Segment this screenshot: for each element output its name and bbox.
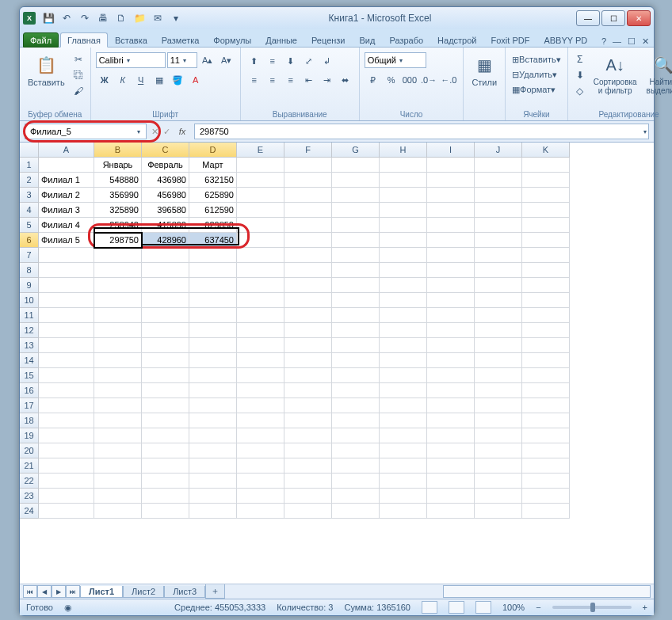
cell-G9[interactable] bbox=[332, 278, 380, 293]
cell-A21[interactable] bbox=[39, 458, 94, 474]
cell-J13[interactable] bbox=[475, 338, 522, 353]
currency-button[interactable]: ₽ bbox=[365, 73, 382, 87]
cell-E8[interactable] bbox=[237, 263, 284, 278]
comma-button[interactable]: 000 bbox=[401, 73, 418, 87]
cell-K21[interactable] bbox=[522, 458, 570, 474]
cell-J21[interactable] bbox=[475, 458, 522, 474]
fill-button[interactable]: ⬇ bbox=[573, 68, 587, 82]
cell-K17[interactable] bbox=[522, 398, 570, 413]
tab-2[interactable]: Разметка bbox=[155, 32, 207, 48]
font-size-combo[interactable]: 11▾ bbox=[167, 52, 197, 68]
cell-G12[interactable] bbox=[332, 323, 380, 338]
cell-E2[interactable] bbox=[237, 173, 284, 188]
cell-K10[interactable] bbox=[522, 293, 570, 308]
cell-D20[interactable] bbox=[189, 443, 237, 458]
cell-D2[interactable]: 632150 bbox=[189, 173, 237, 188]
cell-H9[interactable] bbox=[380, 278, 427, 293]
cell-C16[interactable] bbox=[142, 383, 189, 398]
tab-5[interactable]: Рецензи bbox=[304, 32, 353, 48]
cell-D9[interactable] bbox=[189, 278, 237, 293]
cell-C12[interactable] bbox=[142, 323, 189, 338]
cell-G22[interactable] bbox=[332, 474, 380, 489]
cell-C3[interactable]: 456980 bbox=[142, 188, 189, 203]
cell-B1[interactable]: Январь bbox=[94, 158, 142, 173]
cell-C20[interactable] bbox=[142, 443, 189, 458]
tab-10[interactable]: ABBYY PD bbox=[536, 32, 594, 48]
cell-E13[interactable] bbox=[237, 338, 284, 353]
cell-B7[interactable] bbox=[94, 248, 142, 263]
cell-D15[interactable] bbox=[189, 368, 237, 383]
cell-H10[interactable] bbox=[380, 293, 427, 308]
row-header-14[interactable]: 14 bbox=[20, 353, 39, 368]
font-name-combo[interactable]: Calibri▾ bbox=[96, 52, 166, 68]
tab-1[interactable]: Вставка bbox=[108, 32, 155, 48]
cell-J7[interactable] bbox=[475, 248, 522, 263]
orientation[interactable]: ⤢ bbox=[300, 54, 318, 68]
cell-K11[interactable] bbox=[522, 308, 570, 323]
format-painter-button[interactable]: 🖌 bbox=[71, 84, 86, 98]
zoom-in[interactable]: + bbox=[643, 603, 647, 612]
sheet-nav-next[interactable]: ▶ bbox=[52, 585, 66, 598]
cell-B22[interactable] bbox=[94, 474, 142, 489]
col-header-G[interactable]: G bbox=[332, 143, 380, 158]
align-center[interactable]: ≡ bbox=[264, 73, 281, 87]
cell-F2[interactable] bbox=[284, 173, 332, 188]
percent-button[interactable]: % bbox=[383, 73, 400, 87]
cell-K13[interactable] bbox=[522, 338, 570, 353]
tab-0[interactable]: Главная bbox=[60, 32, 108, 48]
cell-A2[interactable]: Филиал 1 bbox=[39, 173, 94, 188]
cell-I12[interactable] bbox=[427, 323, 475, 338]
cell-A19[interactable] bbox=[39, 428, 94, 443]
cell-G10[interactable] bbox=[332, 293, 380, 308]
cell-H17[interactable] bbox=[380, 398, 427, 413]
cell-K12[interactable] bbox=[522, 323, 570, 338]
cell-K5[interactable] bbox=[522, 218, 570, 233]
align-middle[interactable]: ≡ bbox=[264, 54, 281, 68]
cell-I24[interactable] bbox=[427, 504, 475, 519]
cell-K23[interactable] bbox=[522, 489, 570, 504]
cell-G8[interactable] bbox=[332, 263, 380, 278]
cell-H16[interactable] bbox=[380, 383, 427, 398]
col-header-E[interactable]: E bbox=[237, 143, 284, 158]
cell-H11[interactable] bbox=[380, 308, 427, 323]
cell-K24[interactable] bbox=[522, 504, 570, 519]
cell-G17[interactable] bbox=[332, 398, 380, 413]
sheet-nav-first[interactable]: ⏮ bbox=[23, 585, 37, 598]
cancel-fx-icon[interactable]: ✕ bbox=[151, 127, 158, 137]
col-header-J[interactable]: J bbox=[475, 143, 522, 158]
find-select-button[interactable]: 🔍 Найти и выделить bbox=[643, 52, 672, 97]
shrink-font-button[interactable]: A▾ bbox=[218, 53, 235, 67]
cell-E17[interactable] bbox=[237, 398, 284, 413]
cell-I17[interactable] bbox=[427, 398, 475, 413]
cell-D11[interactable] bbox=[189, 308, 237, 323]
cell-H19[interactable] bbox=[380, 428, 427, 443]
cell-F10[interactable] bbox=[284, 293, 332, 308]
delete-cells[interactable]: ⊟ Удалить ▾ bbox=[510, 67, 559, 82]
sheet-tab-1[interactable]: Лист2 bbox=[123, 586, 164, 598]
cell-A17[interactable] bbox=[39, 398, 94, 413]
col-header-H[interactable]: H bbox=[380, 143, 427, 158]
cell-H13[interactable] bbox=[380, 338, 427, 353]
cell-A11[interactable] bbox=[39, 308, 94, 323]
cell-D3[interactable]: 625890 bbox=[189, 188, 237, 203]
cell-F12[interactable] bbox=[284, 323, 332, 338]
cell-I2[interactable] bbox=[427, 173, 475, 188]
cell-D24[interactable] bbox=[189, 504, 237, 519]
cell-B19[interactable] bbox=[94, 428, 142, 443]
cell-E19[interactable] bbox=[237, 428, 284, 443]
col-header-D[interactable]: D bbox=[189, 143, 237, 158]
cell-I4[interactable] bbox=[427, 203, 475, 218]
cell-E4[interactable] bbox=[237, 203, 284, 218]
cell-B20[interactable] bbox=[94, 443, 142, 458]
autosum-button[interactable]: Σ bbox=[573, 52, 587, 67]
cell-E21[interactable] bbox=[237, 458, 284, 474]
cell-A14[interactable] bbox=[39, 353, 94, 368]
cell-F13[interactable] bbox=[284, 338, 332, 353]
cell-J23[interactable] bbox=[475, 489, 522, 504]
clear-button[interactable]: ◇ bbox=[573, 84, 587, 98]
cell-J22[interactable] bbox=[475, 474, 522, 489]
cell-G24[interactable] bbox=[332, 504, 380, 519]
formula-bar[interactable]: 298750 ▾ bbox=[194, 124, 649, 139]
row-header-8[interactable]: 8 bbox=[20, 263, 39, 278]
grow-font-button[interactable]: A▴ bbox=[199, 53, 216, 67]
